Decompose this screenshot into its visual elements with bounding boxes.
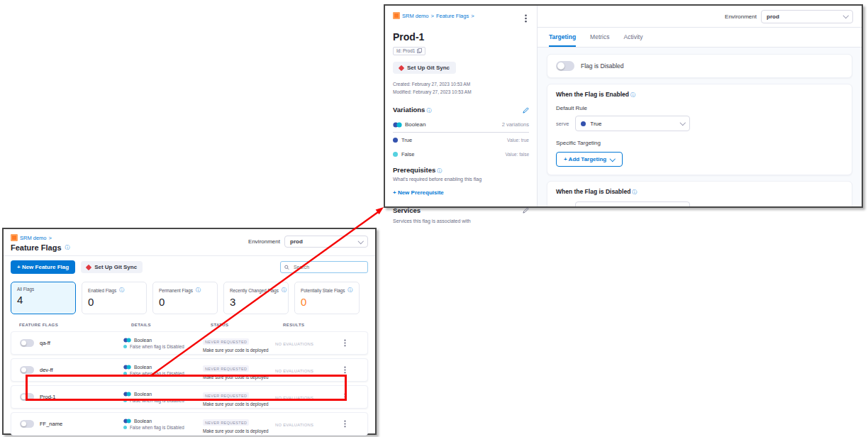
stat-card-potentially-stale-flags[interactable]: Potentially Stale Flagsⓘ 0	[294, 282, 360, 314]
tab-metrics[interactable]: Metrics	[590, 28, 609, 47]
chevron-down-icon	[842, 13, 848, 18]
stat-card-recently-changed-flags[interactable]: Recently Changed Flagsⓘ 3	[223, 282, 289, 314]
page-title: Feature Flags	[11, 243, 62, 252]
edit-services-icon[interactable]	[523, 204, 529, 216]
flag-toggle[interactable]	[20, 339, 34, 347]
enabled-rules-card: When the Flag is Enabledⓘ Default Rule s…	[547, 84, 852, 175]
kebab-menu-icon[interactable]	[523, 12, 529, 26]
chevron-down-icon	[357, 238, 363, 244]
services-description: Services this flag is associated with	[393, 218, 529, 223]
prerequisites-heading: Prerequisitesⓘ	[393, 166, 442, 175]
search-icon	[284, 265, 289, 270]
flag-state-card: Flag is Disabled	[547, 54, 852, 78]
specific-targeting-label: Specific Targeting	[556, 140, 843, 146]
kebab-menu-icon[interactable]	[338, 418, 352, 431]
disabled-section-heading: When the Flag is Disabledⓘ	[556, 188, 843, 196]
tab-targeting[interactable]: Targeting	[549, 28, 576, 47]
default-rule-serve-select[interactable]: True	[575, 116, 690, 131]
detail-tabs: Targeting Metrics Activity	[538, 28, 862, 48]
info-icon: ⓘ	[426, 108, 431, 113]
boolean-type-icon	[393, 122, 402, 128]
boolean-type-icon	[123, 419, 131, 424]
info-icon: ⓘ	[196, 287, 201, 294]
serve-label: serve	[556, 121, 569, 127]
table-row[interactable]: qa-ff Boolean False when flag is Disable…	[11, 331, 368, 355]
git-sync-icon	[399, 65, 404, 70]
flag-name: dev-ff	[40, 367, 53, 373]
edit-variations-icon[interactable]	[523, 104, 529, 116]
environment-select[interactable]: prod	[761, 10, 853, 23]
breadcrumb-separator: >	[471, 13, 474, 19]
git-sync-icon	[86, 264, 91, 270]
stat-card-all-flags[interactable]: All Flags 4	[11, 282, 76, 314]
copy-icon	[417, 48, 422, 53]
add-targeting-button[interactable]: + Add Targeting	[556, 152, 623, 167]
new-prerequisite-link[interactable]: + New Prerequisite	[393, 189, 444, 196]
flag-timestamps: Created: February 27, 2023 10:53 AM Modi…	[393, 80, 529, 96]
info-icon: ⓘ	[630, 92, 635, 97]
true-variation-dot	[581, 121, 586, 126]
breadcrumb: SRM demo > Feature Flags >	[393, 12, 474, 19]
flag-toggle[interactable]	[20, 420, 34, 428]
info-icon: ⓘ	[282, 287, 286, 294]
highlight-box	[26, 375, 347, 401]
flag-targeting-column: Environment prod Targeting Metrics Activ…	[538, 6, 862, 206]
info-icon: ⓘ	[65, 244, 70, 251]
flag-detail-panel: SRM demo > Feature Flags > Prod-1 Id: Pr…	[384, 4, 863, 208]
column-header: DETAILS	[131, 323, 211, 327]
flag-enabled-toggle[interactable]	[556, 61, 574, 71]
modified-timestamp: Modified: February 27, 2023 10:53 AM	[393, 88, 529, 96]
table-header-row: FEATURE FLAGS DETAILS STATUS RESULTS	[4, 316, 375, 331]
stat-card-permanent-flags[interactable]: Permanent Flagsⓘ 0	[152, 282, 218, 314]
breadcrumb-section-link[interactable]: Feature Flags	[436, 13, 469, 19]
false-variation-dot	[123, 426, 127, 429]
search-box	[280, 261, 368, 273]
flag-name: FF_name	[40, 421, 62, 427]
services-heading: Services	[393, 206, 421, 214]
flag-id-chip[interactable]: Id: Prod1	[393, 47, 425, 55]
srm-module-icon	[393, 12, 400, 19]
breadcrumb-project-link[interactable]: SRM demo	[402, 13, 429, 19]
kebab-menu-icon[interactable]	[338, 337, 352, 350]
flag-title: Prod-1	[393, 31, 529, 43]
false-variation-dot	[123, 345, 127, 348]
chevron-down-icon	[680, 120, 686, 126]
status-badge: NEVER REQUESTED	[203, 365, 249, 372]
environment-label: Environment	[725, 13, 757, 20]
variation-count: 2 variations	[502, 121, 529, 128]
breadcrumb-project-link[interactable]: SRM demo	[20, 235, 47, 241]
column-header: STATUS	[211, 323, 283, 327]
flag-name: qa-ff	[40, 340, 50, 346]
stat-card-enabled-flags[interactable]: Enabled Flagsⓘ 0	[82, 282, 147, 314]
column-header: FEATURE FLAGS	[19, 323, 131, 327]
info-icon: ⓘ	[347, 287, 352, 294]
variation-item: False Value: false	[393, 147, 529, 161]
search-input[interactable]	[292, 264, 364, 270]
flag-toggle[interactable]	[20, 366, 34, 374]
breadcrumb-separator: >	[49, 235, 52, 241]
info-icon: ⓘ	[437, 168, 442, 173]
status-badge: NEVER REQUESTED	[203, 338, 249, 345]
false-variation-dot	[393, 152, 398, 157]
flag-state-label: Flag is Disabled	[581, 62, 623, 70]
variation-type-label: Boolean	[405, 121, 425, 128]
serve-label: serve	[556, 206, 569, 207]
breadcrumb-separator: >	[431, 13, 434, 19]
flag-summary-column: SRM demo > Feature Flags > Prod-1 Id: Pr…	[385, 6, 538, 206]
prerequisites-description: What's required before enabling this fla…	[393, 177, 529, 182]
tab-activity[interactable]: Activity	[623, 28, 642, 47]
chevron-down-icon	[610, 156, 616, 162]
srm-module-icon	[11, 234, 18, 241]
new-feature-flag-button[interactable]: + New Feature Flag	[11, 260, 75, 274]
environment-select[interactable]: prod	[284, 236, 368, 248]
table-row[interactable]: FF_name Boolean False when flag is Disab…	[11, 412, 368, 436]
variation-type-row: Boolean 2 variations	[393, 116, 529, 133]
disabled-serve-select[interactable]: False	[575, 201, 690, 206]
boolean-type-icon	[123, 338, 131, 343]
variation-item: True Value: true	[393, 133, 529, 147]
info-icon: ⓘ	[632, 189, 637, 194]
variations-heading: Variationsⓘ	[393, 106, 431, 114]
default-rule-label: Default Rule	[556, 105, 843, 111]
set-up-git-sync-button[interactable]: Set Up Git Sync	[393, 62, 456, 74]
set-up-git-sync-button[interactable]: Set Up Git Sync	[81, 261, 143, 273]
